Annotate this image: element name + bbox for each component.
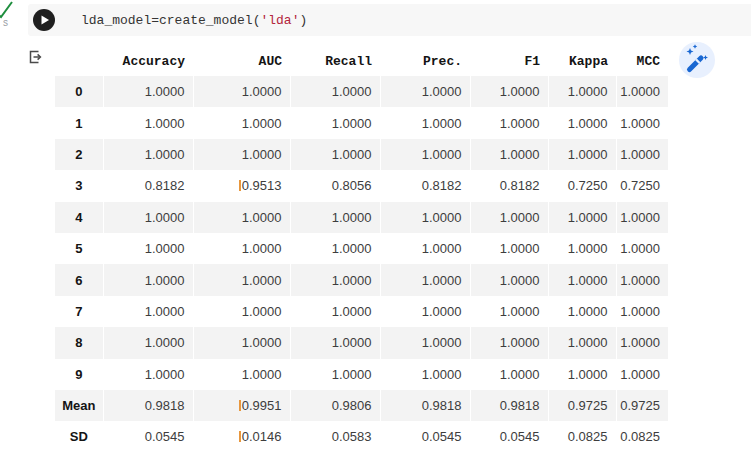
row-label: 5	[55, 233, 103, 264]
cell-prec: 0.8182	[380, 170, 470, 201]
cell-recall: 1.0000	[290, 327, 380, 358]
cell-prec: 0.0545	[380, 421, 470, 452]
cell-accuracy: 1.0000	[103, 76, 193, 107]
table-header: AccuracyAUCRecallPrec.F1KappaMCC	[55, 46, 668, 76]
cell-kappa: 1.0000	[548, 139, 616, 170]
cell-kappa: 1.0000	[548, 296, 616, 327]
table-row-sd: SD0.05450.01460.05830.05450.05450.08250.…	[55, 421, 668, 452]
cell-f1: 1.0000	[470, 264, 548, 295]
cell-kappa: 1.0000	[548, 233, 616, 264]
cell-mcc: 1.0000	[616, 359, 668, 390]
cell-kappa: 1.0000	[548, 107, 616, 138]
cell-mcc: 0.9725	[616, 390, 668, 421]
notebook-code-cell: lda_model=create_model('lda')	[28, 4, 751, 36]
cell-accuracy: 1.0000	[103, 327, 193, 358]
cell-f1: 1.0000	[470, 327, 548, 358]
cell-f1: 1.0000	[470, 202, 548, 233]
cell-recall: 0.9806	[290, 390, 380, 421]
column-header-kappa: Kappa	[548, 46, 616, 76]
cell-accuracy: 1.0000	[103, 264, 193, 295]
cell-f1: 1.0000	[470, 233, 548, 264]
cell-accuracy: 0.8182	[103, 170, 193, 201]
cell-f1: 1.0000	[470, 296, 548, 327]
highlight-tick	[239, 180, 241, 191]
highlight-tick	[239, 400, 241, 411]
cell-auc: 1.0000	[193, 233, 290, 264]
cell-recall: 0.0583	[290, 421, 380, 452]
cell-prec: 1.0000	[380, 76, 470, 107]
code-editor-line[interactable]: lda_model=create_model('lda')	[81, 13, 307, 28]
cell-auc: 1.0000	[193, 296, 290, 327]
row-label: 2	[55, 139, 103, 170]
suggest-charts-button[interactable]	[679, 42, 715, 78]
exec-time-label: s	[3, 17, 8, 28]
column-header-accuracy: Accuracy	[103, 46, 193, 76]
cell-auc: 1.0000	[193, 76, 290, 107]
cell-mcc: 1.0000	[616, 264, 668, 295]
code-string-literal: 'lda'	[260, 13, 299, 28]
cell-kappa: 1.0000	[548, 264, 616, 295]
row-label: 3	[55, 170, 103, 201]
index-column-header	[55, 46, 103, 76]
cell-recall: 1.0000	[290, 202, 380, 233]
cell-accuracy: 1.0000	[103, 107, 193, 138]
table-row-1: 11.00001.00001.00001.00001.00001.00001.0…	[55, 107, 668, 138]
table-header-row: AccuracyAUCRecallPrec.F1KappaMCC	[55, 46, 668, 76]
table-row-0: 01.00001.00001.00001.00001.00001.00001.0…	[55, 76, 668, 107]
row-label: 0	[55, 76, 103, 107]
cell-f1: 1.0000	[470, 139, 548, 170]
highlight-tick	[239, 431, 241, 442]
cell-auc: 1.0000	[193, 107, 290, 138]
row-label: 8	[55, 327, 103, 358]
code-text-close: )	[299, 13, 307, 28]
cell-auc: 1.0000	[193, 359, 290, 390]
cell-auc: 1.0000	[193, 327, 290, 358]
cell-accuracy: 0.0545	[103, 421, 193, 452]
cell-kappa: 1.0000	[548, 359, 616, 390]
cell-recall: 1.0000	[290, 139, 380, 170]
run-cell-button[interactable]	[33, 9, 55, 31]
cell-mcc: 1.0000	[616, 202, 668, 233]
cell-prec: 1.0000	[380, 107, 470, 138]
column-header-recall: Recall	[290, 46, 380, 76]
cell-f1: 0.9818	[470, 390, 548, 421]
row-label: Mean	[55, 390, 103, 421]
cell-prec: 1.0000	[380, 233, 470, 264]
cell-kappa: 0.9725	[548, 390, 616, 421]
column-header-f1: F1	[470, 46, 548, 76]
table-row-3: 30.81820.95130.80560.81820.81820.72500.7…	[55, 170, 668, 201]
cell-auc: 1.0000	[193, 139, 290, 170]
cell-accuracy: 0.9818	[103, 390, 193, 421]
cell-mcc: 1.0000	[616, 296, 668, 327]
cell-kappa: 1.0000	[548, 327, 616, 358]
metrics-table: AccuracyAUCRecallPrec.F1KappaMCC 01.0000…	[55, 46, 668, 453]
cell-accuracy: 1.0000	[103, 359, 193, 390]
column-header-prec: Prec.	[380, 46, 470, 76]
cell-prec: 0.9818	[380, 390, 470, 421]
cell-mcc: 1.0000	[616, 233, 668, 264]
cell-auc: 1.0000	[193, 264, 290, 295]
row-label: 9	[55, 359, 103, 390]
cell-recall: 1.0000	[290, 264, 380, 295]
cell-recall: 1.0000	[290, 296, 380, 327]
cell-mcc: 1.0000	[616, 107, 668, 138]
cell-prec: 1.0000	[380, 327, 470, 358]
cell-f1: 0.0545	[470, 421, 548, 452]
cell-accuracy: 1.0000	[103, 296, 193, 327]
cell-prec: 1.0000	[380, 202, 470, 233]
table-row-5: 51.00001.00001.00001.00001.00001.00001.0…	[55, 233, 668, 264]
cell-recall: 1.0000	[290, 76, 380, 107]
row-label: 7	[55, 296, 103, 327]
cell-recall: 1.0000	[290, 233, 380, 264]
cell-f1: 1.0000	[470, 76, 548, 107]
table-row-2: 21.00001.00001.00001.00001.00001.00001.0…	[55, 139, 668, 170]
cell-f1: 1.0000	[470, 359, 548, 390]
cell-recall: 0.8056	[290, 170, 380, 201]
row-label: SD	[55, 421, 103, 452]
cell-f1: 1.0000	[470, 107, 548, 138]
row-label: 4	[55, 202, 103, 233]
table-row-7: 71.00001.00001.00001.00001.00001.00001.0…	[55, 296, 668, 327]
table-row-4: 41.00001.00001.00001.00001.00001.00001.0…	[55, 202, 668, 233]
cell-f1: 0.8182	[470, 170, 548, 201]
cell-prec: 1.0000	[380, 264, 470, 295]
